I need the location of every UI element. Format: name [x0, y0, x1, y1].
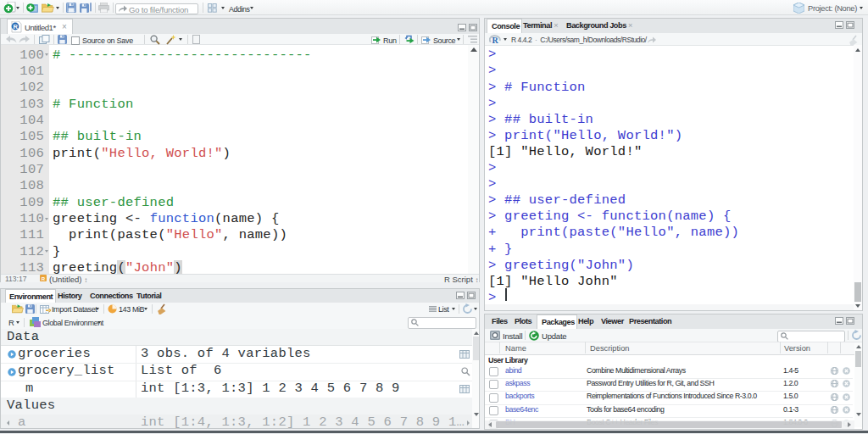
svg-text:R: R	[42, 276, 46, 281]
svg-text:R: R	[492, 36, 498, 45]
